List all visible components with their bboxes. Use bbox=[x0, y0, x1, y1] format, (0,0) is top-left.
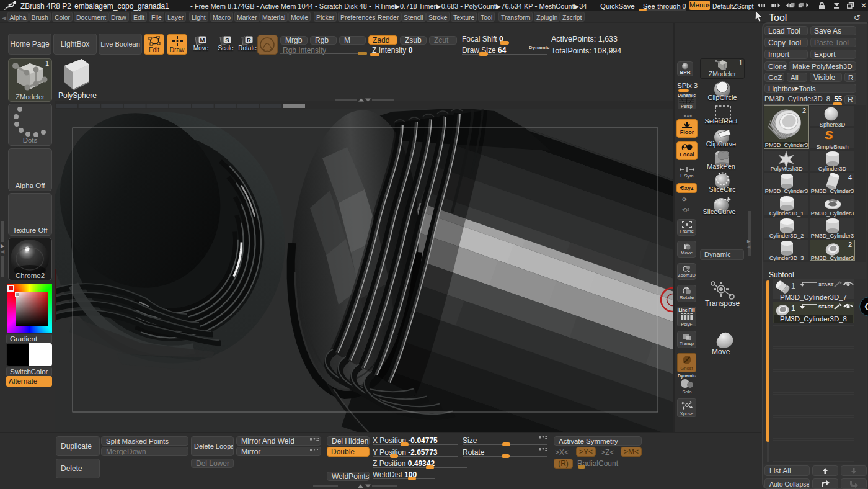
svg-text:M: M bbox=[200, 37, 205, 43]
svg-text:S: S bbox=[225, 37, 229, 43]
svg-text:START: START bbox=[818, 282, 834, 287]
svg-text:R: R bbox=[247, 37, 251, 43]
svg-text:START: START bbox=[818, 304, 834, 310]
